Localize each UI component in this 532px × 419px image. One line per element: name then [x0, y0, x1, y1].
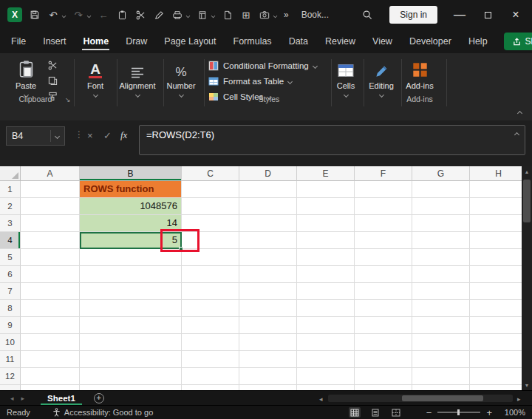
- zoom-level[interactable]: 100%: [502, 408, 525, 417]
- conditional-formatting-button[interactable]: Conditional Formatting: [208, 59, 330, 72]
- zoom-slider[interactable]: [437, 412, 480, 413]
- cell-E8[interactable]: [297, 300, 355, 317]
- cell-E11[interactable]: [297, 351, 355, 368]
- cell-H3[interactable]: [470, 215, 522, 232]
- cancel-entry-icon[interactable]: ×: [87, 130, 93, 141]
- cell-D10[interactable]: [239, 334, 297, 351]
- sheet-nav-right-icon[interactable]: ▸: [21, 395, 25, 402]
- cell-F1[interactable]: [355, 181, 412, 198]
- cell-H13[interactable]: [470, 385, 522, 390]
- qat-overflow-icon[interactable]: »: [284, 10, 289, 20]
- vertical-scrollbar[interactable]: ▲ ▼: [522, 166, 532, 390]
- cell-F4[interactable]: [355, 232, 412, 249]
- menu-tab-page-layout[interactable]: Page Layout: [163, 31, 216, 52]
- horizontal-scrollbar[interactable]: [328, 395, 513, 402]
- clipboard-icon[interactable]: [116, 9, 128, 21]
- share-button[interactable]: Share: [504, 33, 532, 50]
- cell-A2[interactable]: [21, 198, 80, 215]
- row-header-13[interactable]: 13: [0, 385, 21, 390]
- cell-E4[interactable]: [297, 232, 355, 249]
- cell-C9[interactable]: [182, 317, 239, 334]
- cell-C13[interactable]: [182, 385, 239, 390]
- cell-F6[interactable]: [355, 266, 412, 283]
- cell-D5[interactable]: [239, 249, 297, 266]
- cell-A11[interactable]: [21, 351, 80, 368]
- cell-B5[interactable]: [80, 249, 182, 266]
- horizontal-scrollbar-thumb[interactable]: [402, 395, 483, 401]
- maximize-button[interactable]: [482, 9, 494, 21]
- cell-C10[interactable]: [182, 334, 239, 351]
- camera-icon[interactable]: [259, 9, 270, 21]
- cell-C11[interactable]: [182, 351, 239, 368]
- cell-D12[interactable]: [239, 368, 297, 385]
- column-header-C[interactable]: C: [182, 166, 239, 181]
- page-break-preview-icon[interactable]: [390, 407, 402, 418]
- row-header-8[interactable]: 8: [0, 300, 21, 317]
- scroll-down-icon[interactable]: ▼: [522, 380, 532, 390]
- cut-button-icon[interactable]: [47, 60, 58, 71]
- cell-F2[interactable]: [355, 198, 412, 215]
- menu-tab-home[interactable]: Home: [82, 31, 109, 52]
- cells-dropdown-icon[interactable]: [343, 92, 348, 98]
- cut-icon[interactable]: [134, 9, 146, 21]
- cell-A1[interactable]: [21, 181, 80, 198]
- alignment-dropdown-icon[interactable]: [134, 92, 140, 98]
- cell-C2[interactable]: [182, 198, 239, 215]
- cell-H5[interactable]: [470, 249, 522, 266]
- column-header-H[interactable]: H: [470, 166, 522, 181]
- cell-H12[interactable]: [470, 368, 522, 385]
- cell-C5[interactable]: [182, 249, 239, 266]
- cell-F9[interactable]: [355, 317, 412, 334]
- editing-button[interactable]: Editing: [364, 57, 399, 106]
- cell-C1[interactable]: [182, 181, 239, 198]
- cell-H6[interactable]: [470, 266, 522, 283]
- cell-H4[interactable]: [470, 232, 522, 249]
- cell-C6[interactable]: [182, 266, 239, 283]
- copy-button-icon[interactable]: [47, 75, 58, 86]
- cell-B7[interactable]: [80, 283, 182, 300]
- cell-G11[interactable]: [412, 351, 470, 368]
- cell-G5[interactable]: [412, 249, 470, 266]
- cell-B12[interactable]: [80, 368, 182, 385]
- close-button[interactable]: ×: [510, 9, 522, 21]
- menu-tab-help[interactable]: Help: [468, 31, 488, 52]
- cell-F13[interactable]: [355, 385, 412, 390]
- cell-C7[interactable]: [182, 283, 239, 300]
- font-dropdown-icon[interactable]: [92, 92, 98, 98]
- row-header-11[interactable]: 11: [0, 351, 21, 368]
- page-setup-dropdown-icon[interactable]: [211, 13, 216, 18]
- row-header-2[interactable]: 2: [0, 198, 21, 215]
- cell-A4[interactable]: [21, 232, 80, 249]
- menu-tab-file[interactable]: File: [10, 31, 27, 52]
- excel-logo-icon[interactable]: X: [7, 7, 22, 22]
- select-all-button[interactable]: [0, 166, 21, 181]
- cell-H2[interactable]: [470, 198, 522, 215]
- cell-B1[interactable]: ROWS function: [80, 181, 182, 198]
- cell-G2[interactable]: [412, 198, 470, 215]
- cell-G4[interactable]: [412, 232, 470, 249]
- confirm-entry-icon[interactable]: ✓: [103, 130, 112, 141]
- cell-E12[interactable]: [297, 368, 355, 385]
- cell-H8[interactable]: [470, 300, 522, 317]
- cell-C4[interactable]: [182, 232, 239, 249]
- column-header-F[interactable]: F: [355, 166, 412, 181]
- name-box-dropdown-icon[interactable]: [55, 133, 60, 138]
- row-header-5[interactable]: 5: [0, 249, 21, 266]
- camera-dropdown-icon[interactable]: [273, 13, 278, 18]
- cell-F5[interactable]: [355, 249, 412, 266]
- dropdown-icon[interactable]: [313, 63, 318, 68]
- cell-G13[interactable]: [412, 385, 470, 390]
- editing-dropdown-icon[interactable]: [378, 92, 383, 98]
- number-dropdown-icon[interactable]: [178, 92, 183, 98]
- insert-grid-icon[interactable]: ⊞: [240, 9, 252, 21]
- zoom-slider-thumb[interactable]: [457, 409, 460, 415]
- normal-view-icon[interactable]: [349, 407, 361, 418]
- column-header-G[interactable]: G: [412, 166, 470, 181]
- cell-D6[interactable]: [239, 266, 297, 283]
- cell-E1[interactable]: [297, 181, 355, 198]
- cell-A5[interactable]: [21, 249, 80, 266]
- cell-B9[interactable]: [80, 317, 182, 334]
- cell-F3[interactable]: [355, 215, 412, 232]
- menu-tab-draw[interactable]: Draw: [125, 31, 148, 52]
- accessibility-status[interactable]: Accessibility: Good to go: [52, 408, 153, 417]
